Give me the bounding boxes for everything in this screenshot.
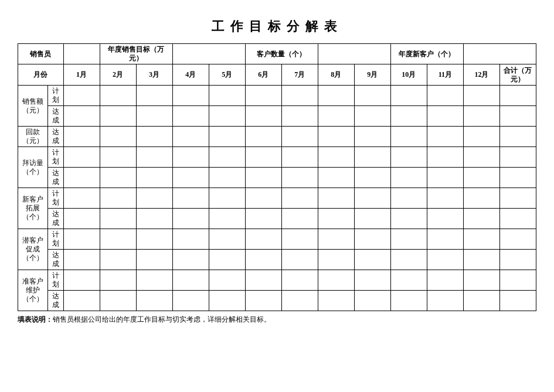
cell xyxy=(499,106,536,127)
cell xyxy=(172,291,209,311)
row-sub-achieved: 达成 xyxy=(47,291,63,311)
cell xyxy=(463,291,499,311)
cell xyxy=(354,188,390,209)
cell xyxy=(463,106,499,127)
month-header-row: 月份 1月 2月 3月 4月 5月 6月 7月 8月 9月 10月 11月 12… xyxy=(18,64,536,86)
cell xyxy=(354,86,390,106)
cell xyxy=(427,147,463,168)
table-row: 回款（元） 达成 xyxy=(18,127,536,147)
cell xyxy=(172,127,209,147)
cell xyxy=(390,127,427,147)
cell xyxy=(136,188,172,209)
cell xyxy=(499,250,536,270)
cell xyxy=(318,168,354,188)
cell xyxy=(100,229,136,250)
cell xyxy=(209,127,245,147)
cell xyxy=(63,229,100,250)
row-label-potential: 潜客户促成（个） xyxy=(18,229,48,270)
cell xyxy=(209,106,245,127)
cell xyxy=(318,270,354,291)
cell xyxy=(463,168,499,188)
cell xyxy=(499,127,536,147)
cell xyxy=(63,106,100,127)
cell xyxy=(499,270,536,291)
cell xyxy=(100,127,136,147)
cell xyxy=(209,209,245,229)
cell xyxy=(463,127,499,147)
cell xyxy=(427,168,463,188)
cell xyxy=(136,106,172,127)
cell xyxy=(100,188,136,209)
header-customer-count: 客户数量（个） xyxy=(245,44,318,64)
cell xyxy=(281,147,318,168)
cell xyxy=(281,127,318,147)
cell xyxy=(499,209,536,229)
cell xyxy=(209,86,245,106)
cell xyxy=(245,168,281,188)
cell xyxy=(427,229,463,250)
cell xyxy=(281,209,318,229)
cell xyxy=(245,270,281,291)
month-5: 5月 xyxy=(209,64,245,86)
row-label-visits: 拜访量（个） xyxy=(18,147,48,188)
cell xyxy=(354,127,390,147)
cell xyxy=(63,147,100,168)
month-8: 8月 xyxy=(318,64,354,86)
row-sub-plan: 计划 xyxy=(47,188,63,209)
cell xyxy=(463,270,499,291)
month-3: 3月 xyxy=(136,64,172,86)
cell xyxy=(209,188,245,209)
cell xyxy=(427,106,463,127)
cell xyxy=(136,291,172,311)
cell xyxy=(172,209,209,229)
cell xyxy=(427,209,463,229)
cell xyxy=(354,229,390,250)
cell xyxy=(136,147,172,168)
cell xyxy=(427,291,463,311)
cell xyxy=(499,229,536,250)
cell xyxy=(172,229,209,250)
cell xyxy=(245,188,281,209)
row-sub-achieved: 达成 xyxy=(47,106,63,127)
cell xyxy=(354,168,390,188)
cell xyxy=(427,270,463,291)
cell xyxy=(63,127,100,147)
cell xyxy=(427,127,463,147)
cell xyxy=(63,168,100,188)
cell xyxy=(390,106,427,127)
cell xyxy=(427,250,463,270)
cell xyxy=(136,209,172,229)
cell xyxy=(390,291,427,311)
row-sub-plan: 计划 xyxy=(47,86,63,106)
month-1: 1月 xyxy=(63,64,100,86)
cell xyxy=(390,147,427,168)
cell xyxy=(136,86,172,106)
cell xyxy=(245,127,281,147)
cell xyxy=(245,147,281,168)
row-sub-plan: 计划 xyxy=(47,229,63,250)
table-row: 达成 xyxy=(18,106,536,127)
total-label: 合计（万元） xyxy=(499,64,536,86)
cell xyxy=(100,168,136,188)
cell xyxy=(354,250,390,270)
cell xyxy=(209,168,245,188)
header-annual-new-customer: 年度新客户（个） xyxy=(390,44,463,64)
footer-text: 销售员根据公司给出的年度工作目标与切实考虑，详细分解相关目标。 xyxy=(53,315,271,323)
page-title: 工作目标分解表 xyxy=(18,18,536,35)
cell xyxy=(318,291,354,311)
cell xyxy=(354,270,390,291)
cell xyxy=(281,291,318,311)
cell xyxy=(427,86,463,106)
month-4: 4月 xyxy=(172,64,209,86)
cell xyxy=(172,147,209,168)
cell xyxy=(390,209,427,229)
cell xyxy=(100,86,136,106)
cell xyxy=(100,209,136,229)
row-sub-achieved: 达成 xyxy=(47,250,63,270)
cell xyxy=(281,229,318,250)
cell xyxy=(499,147,536,168)
cell xyxy=(63,250,100,270)
cell xyxy=(100,147,136,168)
row-label-prospect: 准客户维护（个） xyxy=(18,270,48,311)
cell xyxy=(172,270,209,291)
